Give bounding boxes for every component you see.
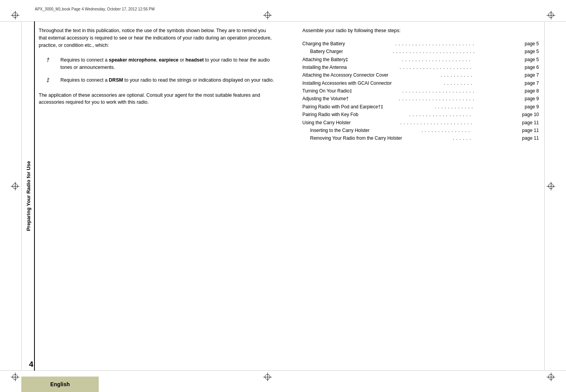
toc-label-1: Battery Charger	[310, 48, 343, 55]
toc-label-12: Removing Your Radio from the Carry Holst…	[310, 134, 402, 142]
toc-item-4: Attaching the Accessory Connector Cover.…	[302, 71, 539, 79]
toc-dots-5: . . . . . . . . .	[392, 79, 525, 87]
toc-label-5: Installing Accessories with GCAI Connect…	[302, 79, 392, 87]
toc-page-4: page 7	[525, 71, 539, 79]
toc-page-11: page 11	[522, 127, 539, 134]
toc-page-8: page 9	[525, 103, 539, 111]
toc-item-12: Removing Your Radio from the Carry Holst…	[302, 134, 539, 142]
page-border-right	[544, 21, 545, 371]
toc-item-3: Installing the Antenna. . . . . . . . . …	[302, 63, 539, 71]
toc-dots-7: . . . . . . . . . . . . . . . . . . . . …	[348, 95, 525, 103]
toc-label-9: Pairing Radio with Key Fob	[302, 111, 358, 118]
crosshair-top-mid	[263, 11, 272, 19]
toc-label-8: Pairing Radio with Pod and Earpiece†‡	[302, 103, 383, 111]
toc-item-5: Installing Accessories with GCAI Connect…	[302, 79, 539, 87]
toc-dots-9: . . . . . . . . . . . . . . . . . . .	[358, 111, 522, 118]
toc-item-1: Battery Charger. . . . . . . . . . . . .…	[302, 48, 539, 55]
symbol-desc-2: Requires to connect a DRSM to your radio…	[60, 77, 275, 84]
toc-label-11: Inserting to the Carry Holster	[310, 127, 369, 134]
toc-dots-8: . . . . . . . . . . . .	[383, 103, 525, 111]
symbol-char-1: †	[46, 56, 54, 63]
toc-dots-1: . . . . . . . . . . . . . . . . . . . . …	[343, 48, 525, 55]
symbol-char-2: ‡	[46, 77, 54, 83]
toc-list: Charging the Battery. . . . . . . . . . …	[302, 40, 539, 142]
assemble-heading: Assemble your radio by following these s…	[302, 27, 539, 34]
application-text: The application of these accessories are…	[39, 92, 275, 106]
toc-dots-4: . . . . . . . . . .	[388, 71, 525, 79]
toc-item-2: Attaching the Battery‡. . . . . . . . . …	[302, 56, 539, 63]
toc-label-3: Installing the Antenna	[302, 63, 347, 71]
toc-label-10: Using the Carry Holster	[302, 119, 351, 127]
page-number: 4	[29, 360, 33, 369]
crosshair-bottom-mid	[263, 373, 272, 381]
toc-dots-12: . . . . . .	[402, 134, 522, 142]
toc-dots-0: . . . . . . . . . . . . . . . . . . . . …	[345, 40, 525, 48]
toc-dots-3: . . . . . . . . . . . . . . . . . . . . …	[347, 63, 525, 71]
toc-page-9: page 10	[522, 111, 539, 118]
toc-item-0: Charging the Battery. . . . . . . . . . …	[302, 40, 539, 48]
toc-item-11: Inserting to the Carry Holster. . . . . …	[302, 127, 539, 134]
page-border-top	[0, 21, 566, 22]
toc-dots-6: . . . . . . . . . . . . . . . . . . . . …	[352, 87, 525, 95]
crosshair-mid-right	[547, 182, 555, 190]
toc-label-0: Charging the Battery	[302, 40, 345, 48]
file-info-header: APX_3000_M1.book Page 4 Wednesday, Octob…	[35, 7, 154, 11]
toc-item-6: Turning On Your Radio‡. . . . . . . . . …	[302, 87, 539, 95]
toc-item-9: Pairing Radio with Key Fob. . . . . . . …	[302, 111, 539, 118]
symbol-item-1: † Requires to connect a speaker micropho…	[46, 56, 275, 71]
crosshair-bottom-right	[547, 373, 555, 381]
toc-item-8: Pairing Radio with Pod and Earpiece†‡. .…	[302, 103, 539, 111]
symbol-list: † Requires to connect a speaker micropho…	[46, 56, 275, 84]
toc-label-7: Adjusting the Volume†	[302, 95, 348, 103]
toc-item-7: Adjusting the Volume†. . . . . . . . . .…	[302, 95, 539, 103]
toc-label-4: Attaching the Accessory Connector Cover	[302, 71, 388, 79]
toc-label-2: Attaching the Battery‡	[302, 56, 348, 63]
toc-page-1: page 5	[525, 48, 539, 55]
toc-item-10: Using the Carry Holster. . . . . . . . .…	[302, 119, 539, 127]
toc-page-2: page 5	[525, 56, 539, 63]
toc-page-0: page 5	[525, 40, 539, 48]
toc-page-3: page 6	[525, 63, 539, 71]
intro-paragraph: Throughout the text in this publication,…	[39, 27, 275, 49]
toc-label-6: Turning On Your Radio‡	[302, 87, 352, 95]
crosshair-top-right	[547, 11, 555, 19]
toc-page-10: page 11	[522, 119, 539, 127]
symbol-desc-1: Requires to connect a speaker microphone…	[60, 56, 275, 71]
toc-page-12: page 11	[522, 134, 539, 142]
page-border-bottom	[0, 370, 566, 371]
crosshair-mid-left	[11, 182, 19, 190]
toc-page-5: page 7	[525, 79, 539, 87]
symbol-item-2: ‡ Requires to connect a DRSM to your rad…	[46, 77, 275, 84]
sidebar-label: Preparing Your Radio for Use	[22, 21, 35, 371]
toc-page-7: page 9	[525, 95, 539, 103]
crosshair-top-left	[11, 11, 19, 19]
toc-dots-2: . . . . . . . . . . . . . . . . . . . . …	[348, 56, 525, 63]
right-column: Assemble your radio by following these s…	[298, 27, 539, 365]
left-column: Throughout the text in this publication,…	[39, 27, 283, 365]
toc-page-6: page 8	[525, 87, 539, 95]
toc-dots-11: . . . . . . . . . . . . . . .	[369, 127, 522, 134]
english-tab: English	[21, 377, 99, 392]
page-border-left	[21, 21, 22, 371]
main-content: Throughout the text in this publication,…	[39, 27, 539, 365]
toc-dots-10: . . . . . . . . . . . . . . . . . . . . …	[351, 119, 522, 127]
crosshair-bottom-left	[11, 373, 19, 381]
